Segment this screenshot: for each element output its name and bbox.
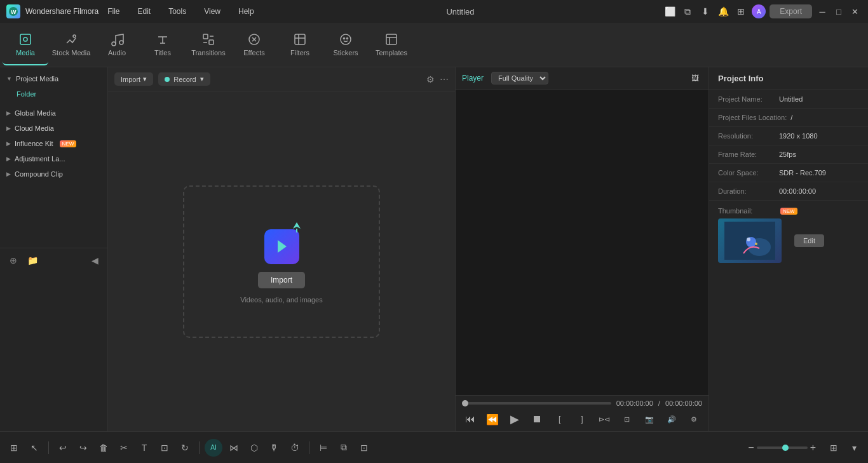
- cut-icon[interactable]: ✂: [115, 439, 133, 457]
- motion-icon[interactable]: ⋈: [225, 439, 243, 457]
- ai-icon[interactable]: AI: [205, 439, 222, 457]
- sidebar-header-global-media[interactable]: ▶ Global Media: [0, 105, 107, 121]
- voice-icon[interactable]: 🎙: [266, 439, 283, 457]
- window-title: Untitled: [446, 7, 474, 17]
- svg-point-13: [347, 37, 348, 39]
- tab-transitions[interactable]: Transitions: [186, 24, 231, 65]
- stop-button[interactable]: ⏹: [529, 411, 545, 427]
- timeline-view-icon[interactable]: ⊞: [5, 439, 23, 457]
- split-audio-icon[interactable]: ⊨: [315, 439, 332, 457]
- new-badge: NEW: [60, 140, 77, 147]
- fullscreen-preview-button[interactable]: ⊡: [619, 411, 635, 427]
- copy-icon[interactable]: ⧉: [681, 4, 695, 18]
- record-button[interactable]: Record ▾: [158, 72, 210, 86]
- menu-file[interactable]: File: [104, 4, 123, 18]
- zoom-thumb[interactable]: [782, 445, 789, 451]
- tab-titles[interactable]: Titles: [140, 24, 186, 65]
- zoom-track[interactable]: [757, 446, 808, 449]
- layout-button[interactable]: ⊞: [825, 439, 843, 457]
- sidebar-header-influence-kit[interactable]: ▶ Influence Kit NEW: [0, 136, 107, 151]
- progress-track[interactable]: [462, 402, 611, 405]
- tab-audio[interactable]: Audio: [94, 24, 140, 65]
- speed-icon[interactable]: ⏱: [286, 439, 304, 457]
- add-folder-icon[interactable]: ⊕: [6, 253, 20, 267]
- tab-stickers[interactable]: Stickers: [323, 24, 369, 65]
- edit-thumbnail-button[interactable]: Edit: [794, 234, 824, 247]
- sidebar-item-folder[interactable]: Folder: [0, 86, 107, 102]
- collapse-icon[interactable]: ◀: [88, 253, 102, 267]
- new-folder-icon[interactable]: 📁: [25, 253, 39, 267]
- mark-out-button[interactable]: ]: [574, 411, 590, 427]
- more-options-icon[interactable]: ⋯: [440, 74, 449, 84]
- duration-value: 00:00:00:00: [779, 187, 816, 195]
- svg-point-6: [119, 41, 123, 44]
- avatar-icon[interactable]: A: [752, 4, 766, 18]
- thumbnail-area: Thumbnail: NEW Edit: [709, 201, 868, 269]
- sidebar-header-adjustment-la[interactable]: ▶ Adjustment La...: [0, 151, 107, 166]
- rotate-icon[interactable]: ↻: [176, 439, 194, 457]
- crop-icon[interactable]: ⊡: [156, 439, 173, 457]
- filter-icon[interactable]: ⚙: [426, 74, 435, 84]
- project-files-label: Project Files Location:: [718, 114, 787, 121]
- screenshot-icon[interactable]: 🖼: [688, 71, 702, 85]
- tab-effects[interactable]: Effects: [231, 24, 277, 65]
- sidebar-header-compound-clip[interactable]: ▶ Compound Clip: [0, 166, 107, 182]
- skip-back-button[interactable]: ⏮: [462, 411, 478, 427]
- more-layout-icon[interactable]: ▾: [845, 439, 863, 457]
- svg-point-19: [747, 238, 750, 241]
- player-panel: Player Full Quality 1/2 Quality 1/4 Qual…: [455, 67, 709, 431]
- redo-icon[interactable]: ↪: [74, 439, 92, 457]
- mark-in-button[interactable]: [: [552, 411, 567, 427]
- download-icon[interactable]: ⬇: [698, 4, 712, 18]
- selection-tool-icon[interactable]: ↖: [25, 439, 43, 457]
- sidebar: ▼ Project Media Folder ▶ Global Media ▶ …: [0, 67, 108, 431]
- progress-thumb[interactable]: [462, 400, 468, 406]
- pip-icon[interactable]: ⊡: [355, 439, 373, 457]
- mask-icon[interactable]: ⬡: [245, 439, 263, 457]
- delete-icon[interactable]: 🗑: [95, 439, 112, 457]
- tab-stock-media[interactable]: Stock Media: [48, 24, 94, 65]
- play-button[interactable]: ▶: [507, 411, 523, 427]
- tab-media[interactable]: Media: [3, 24, 48, 65]
- overlay-icon[interactable]: ⧉: [335, 439, 353, 457]
- menu-edit[interactable]: Edit: [134, 4, 155, 18]
- grid-icon[interactable]: ⊞: [734, 4, 748, 18]
- chevron-right-icon: ▶: [6, 171, 11, 177]
- menu-tools[interactable]: Tools: [165, 4, 190, 18]
- close-button[interactable]: ✕: [849, 5, 862, 18]
- frame-back-button[interactable]: ⏪: [484, 411, 500, 427]
- volume-button[interactable]: 🔊: [663, 411, 679, 427]
- minimize-button[interactable]: ─: [816, 5, 829, 18]
- svg-rect-2: [20, 34, 31, 44]
- media-panel: Import ▾ Record ▾ ⚙ ⋯: [108, 67, 455, 431]
- svg-point-4: [73, 35, 76, 37]
- maximize-button[interactable]: □: [832, 5, 845, 18]
- zoom-minus-button[interactable]: −: [748, 442, 754, 453]
- text-icon[interactable]: T: [135, 439, 153, 457]
- color-space-value: SDR - Rec.709: [779, 169, 826, 177]
- zoom-control: − +: [748, 442, 816, 453]
- project-info-panel: Project Info Project Name: Untitled Proj…: [709, 67, 868, 431]
- zoom-plus-button[interactable]: +: [810, 442, 816, 453]
- bell-icon[interactable]: 🔔: [716, 4, 730, 18]
- insert-button[interactable]: ⊳⊲: [597, 411, 613, 427]
- quality-select[interactable]: Full Quality 1/2 Quality 1/4 Quality: [491, 72, 548, 84]
- tab-templates[interactable]: Templates: [369, 24, 414, 65]
- player-tab[interactable]: Player: [462, 74, 484, 83]
- import-drop-zone[interactable]: Import Videos, audio, and images: [183, 185, 380, 338]
- sidebar-header-project-media[interactable]: ▼ Project Media: [0, 71, 107, 86]
- import-large-button[interactable]: Import: [258, 272, 305, 288]
- settings-button[interactable]: ⚙: [686, 411, 702, 427]
- export-button[interactable]: Export: [770, 4, 812, 18]
- monitor-icon[interactable]: ⬜: [663, 4, 677, 18]
- menu-view[interactable]: View: [200, 4, 224, 18]
- tab-filters[interactable]: Filters: [277, 24, 323, 65]
- player-progress: 00:00:00:00 / 00:00:00:00: [462, 399, 702, 407]
- sidebar-header-cloud-media[interactable]: ▶ Cloud Media: [0, 121, 107, 136]
- svg-point-11: [341, 34, 351, 44]
- import-button[interactable]: Import ▾: [114, 72, 153, 86]
- project-color-space-row: Color Space: SDR - Rec.709: [709, 164, 868, 182]
- undo-icon[interactable]: ↩: [54, 439, 72, 457]
- menu-help[interactable]: Help: [234, 4, 258, 18]
- snapshot-button[interactable]: 📷: [641, 411, 657, 427]
